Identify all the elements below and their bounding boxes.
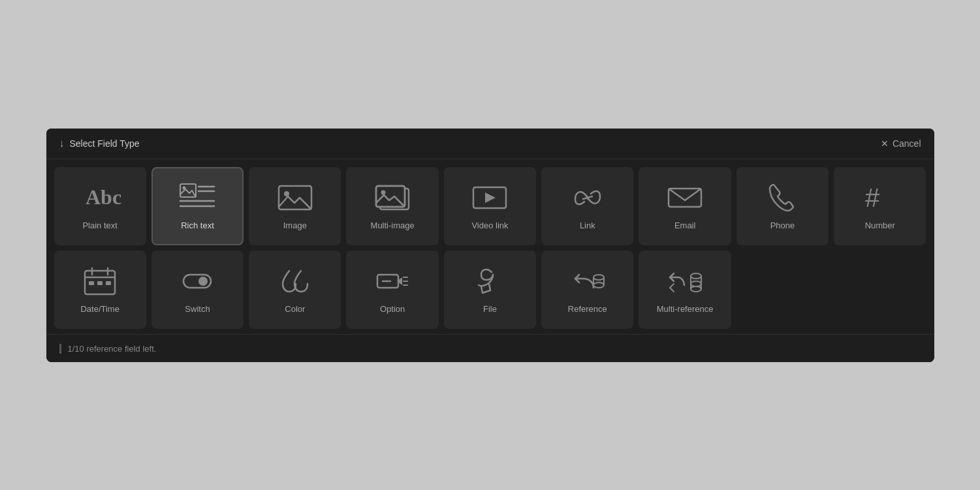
svg-point-33 — [593, 275, 604, 280]
field-card-file[interactable]: File — [444, 251, 536, 329]
modal-footer: 1/10 reference field left. — [46, 334, 934, 362]
field-card-date-time[interactable]: Date/Time — [54, 251, 146, 329]
multi-reference-label: Multi-reference — [657, 304, 714, 314]
svg-point-36 — [593, 283, 604, 288]
number-icon: # — [861, 181, 900, 214]
video-link-icon — [470, 181, 509, 214]
color-icon — [276, 265, 315, 298]
field-card-option[interactable]: Option — [346, 251, 438, 329]
reference-label: Reference — [568, 304, 607, 314]
phone-icon — [763, 181, 802, 214]
switch-icon — [178, 265, 217, 298]
field-type-row-2: Date/Time Switch — [54, 251, 926, 329]
plain-text-icon: Abc — [80, 181, 119, 214]
field-card-switch[interactable]: Switch — [151, 251, 244, 329]
option-label: Option — [380, 304, 405, 314]
arrow-down-icon: ↓ — [59, 138, 65, 149]
svg-text:#: # — [865, 183, 880, 212]
svg-point-40 — [691, 281, 701, 286]
svg-rect-22 — [89, 281, 94, 285]
svg-text:Abc: Abc — [86, 185, 121, 209]
svg-marker-14 — [485, 192, 496, 203]
field-card-multi-reference[interactable]: Multi-reference — [639, 251, 731, 329]
multi-reference-icon — [665, 265, 704, 298]
option-icon — [373, 265, 412, 298]
svg-rect-10 — [376, 186, 405, 207]
multi-image-icon — [373, 181, 412, 214]
plain-text-label: Plain text — [82, 221, 117, 230]
multi-image-label: Multi-image — [371, 221, 415, 230]
file-icon — [470, 265, 509, 298]
field-card-color[interactable]: Color — [249, 251, 341, 329]
rich-text-label: Rich text — [181, 221, 214, 230]
svg-point-43 — [691, 286, 701, 292]
field-card-multi-image[interactable]: Multi-image — [346, 167, 438, 245]
field-card-number[interactable]: # Number — [834, 167, 926, 245]
email-icon — [665, 181, 704, 214]
modal-title: Select Field Type — [70, 138, 140, 149]
select-field-type-modal: ↓ Select Field Type ✕ Cancel Abc Plain t… — [46, 129, 934, 362]
field-card-reference[interactable]: Reference — [541, 251, 633, 329]
field-card-link[interactable]: Link — [541, 167, 633, 245]
svg-point-37 — [691, 273, 701, 279]
field-card-email[interactable]: Email — [639, 167, 731, 245]
svg-rect-23 — [97, 281, 103, 285]
date-time-label: Date/Time — [80, 304, 119, 314]
svg-rect-24 — [106, 281, 111, 285]
svg-rect-7 — [279, 186, 311, 209]
field-card-rich-text[interactable]: Rich text — [151, 167, 244, 245]
footer-note: 1/10 reference field left. — [59, 344, 157, 354]
link-icon — [568, 181, 607, 214]
link-label: Link — [580, 221, 595, 230]
svg-point-12 — [381, 191, 386, 195]
field-card-video-link[interactable]: Video link — [444, 167, 536, 245]
modal-body: Abc Plain text — [46, 159, 934, 329]
cancel-button[interactable]: ✕ Cancel — [881, 138, 921, 149]
email-label: Email — [674, 221, 696, 230]
date-time-icon — [80, 265, 119, 298]
switch-label: Switch — [185, 304, 210, 314]
image-label: Image — [283, 221, 307, 230]
color-label: Color — [285, 304, 305, 314]
field-card-spacer-2 — [834, 251, 926, 329]
image-icon — [276, 181, 315, 214]
field-card-phone[interactable]: Phone — [736, 167, 829, 245]
field-card-spacer-1 — [736, 251, 829, 329]
close-icon: ✕ — [881, 138, 889, 149]
file-label: File — [483, 304, 497, 314]
number-label: Number — [865, 221, 895, 230]
field-type-row-1: Abc Plain text — [54, 167, 926, 245]
cancel-label: Cancel — [893, 138, 921, 149]
phone-label: Phone — [770, 221, 795, 230]
rich-text-icon — [178, 181, 217, 214]
field-card-plain-text[interactable]: Abc Plain text — [54, 167, 146, 245]
modal-header: ↓ Select Field Type ✕ Cancel — [46, 129, 934, 159]
video-link-label: Video link — [471, 221, 508, 230]
header-left: ↓ Select Field Type — [59, 138, 140, 149]
svg-point-8 — [284, 191, 289, 196]
svg-point-26 — [198, 277, 208, 286]
reference-icon — [568, 265, 607, 298]
field-card-image[interactable]: Image — [249, 167, 341, 245]
svg-rect-1 — [180, 184, 196, 197]
